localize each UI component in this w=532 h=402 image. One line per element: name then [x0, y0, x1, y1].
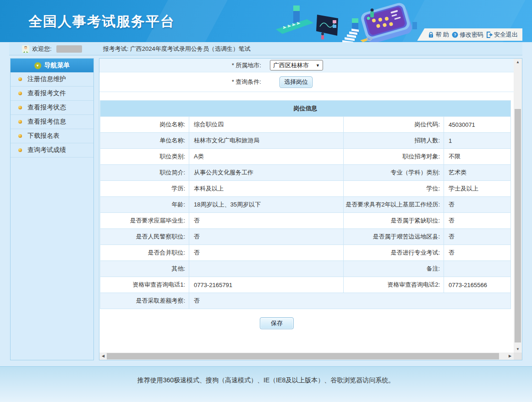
field-label: 是否采取差额考察:: [100, 293, 189, 309]
field-value: 否: [189, 213, 344, 229]
exam-info: 报考考试: 广西2024年度考试录用公务员（选调生）笔试: [103, 45, 251, 53]
field-label: 岗位代码:: [344, 117, 444, 133]
change-password-link[interactable]: ? 修改密码: [452, 31, 483, 39]
field-label: 单位名称:: [100, 133, 189, 149]
welcome-label: 欢迎您:: [32, 45, 52, 53]
sidebar-item-download-form[interactable]: 下载报名表: [11, 129, 93, 143]
horizontal-scrollbar[interactable]: ◀ ▶: [99, 353, 514, 360]
sidebar-item-view-exam-files[interactable]: 查看报考文件: [11, 87, 93, 101]
field-label: 是否人民警察职位:: [100, 229, 189, 245]
sidebar-item-register-info[interactable]: 注册信息维护: [11, 72, 93, 87]
field-label: 招聘人数:: [344, 133, 444, 149]
scroll-down-icon[interactable]: ▼: [514, 346, 522, 353]
field-value: 18周岁以上、35周岁以下: [189, 197, 344, 213]
field-label: 专业（学科）类别:: [344, 165, 444, 181]
exit-icon: [486, 32, 493, 38]
table-header-row: 岗位信息: [100, 101, 511, 117]
logout-link[interactable]: 安全退出: [486, 31, 518, 39]
welcome-bar: 欢迎您: 报考考试: 广西2024年度考试录用公务员（选调生）笔试: [9, 43, 522, 55]
choose-post-button[interactable]: 选择岗位: [280, 76, 313, 88]
sidebar-item-label: 查看报考信息: [27, 118, 66, 126]
bullet-icon: [18, 106, 22, 109]
table-row: 年龄: 18周岁以上、35周岁以下 是否要求具有2年以上基层工作经历: 否: [100, 197, 511, 213]
utility-bar: 帮 助 ? 修改密码 安全退出: [417, 28, 522, 41]
field-value: 否: [444, 229, 511, 245]
svg-text:?: ?: [454, 33, 456, 37]
table-row: 资格审查咨询电话1: 0773-2165791 资格审查咨询电话2: 0773-…: [100, 277, 511, 293]
field-label: 是否属于艰苦边远地区县:: [344, 229, 444, 245]
horizontal-scrollbar-thumb[interactable]: [107, 353, 499, 359]
field-label: 资格审查咨询电话2:: [344, 277, 444, 293]
field-label: 是否要求具有2年以上基层工作经历:: [344, 197, 444, 213]
sidebar-item-view-exam-status[interactable]: 查看报考状态: [11, 101, 93, 115]
table-row: 职位类别: A类 职位招考对象: 不限: [100, 149, 511, 165]
table-row: 是否合并职位: 否 是否进行专业考试: 否: [100, 245, 511, 261]
field-label: 是否属于紧缺职位:: [344, 213, 444, 229]
sidebar-header: ▼ 导航菜单: [11, 59, 93, 72]
sidebar-item-view-exam-info[interactable]: 查看报考信息: [11, 115, 93, 129]
field-label: 是否合并职位:: [100, 245, 189, 261]
table-row: 是否人民警察职位: 否 是否属于艰苦边远地区县: 否: [100, 229, 511, 245]
table-row: 单位名称: 桂林市文化广电和旅游局 招聘人数: 1: [100, 133, 511, 149]
help-link[interactable]: 帮 助: [428, 31, 449, 39]
field-value: 综合职位四: [189, 117, 344, 133]
vertical-scrollbar[interactable]: ▲ ▼: [514, 59, 522, 353]
field-label: 备注:: [344, 261, 444, 277]
field-value: 否: [189, 293, 511, 309]
save-button[interactable]: 保存: [260, 317, 294, 329]
field-value: 艺术类: [444, 165, 511, 181]
sidebar: ▼ 导航菜单 注册信息维护 查看报考文件 查看报考状态 查看报考信息 下载报名表…: [10, 58, 94, 360]
app-header: 全国人事考试服务平台 帮 助 ? 修改密码: [0, 0, 532, 42]
field-label: 学历:: [100, 181, 189, 197]
field-label: 职位简介:: [100, 165, 189, 181]
question-icon: ?: [452, 32, 458, 38]
bullet-icon: [18, 148, 22, 152]
scrollbar-corner: [514, 353, 522, 360]
city-select[interactable]: 广西区桂林市 ▼: [270, 60, 323, 71]
query-label: * 查询条件:: [99, 78, 263, 86]
page-title: 全国人事考试服务平台: [28, 12, 175, 31]
content-panel: * 所属地市: 广西区桂林市 ▼ * 查询条件: 选择岗位 岗位信息 岗位名称:…: [99, 58, 522, 360]
field-value: 否: [444, 197, 511, 213]
field-value: 从事公共文化服务工作: [189, 165, 344, 181]
sidebar-item-label: 查询考试成绩: [27, 146, 66, 154]
scroll-left-icon[interactable]: ◀: [99, 353, 107, 360]
change-password-label: 修改密码: [460, 31, 483, 39]
table-row: 其他: 备注:: [100, 261, 511, 277]
field-value: 学士及以上: [444, 181, 511, 197]
browser-recommendation: 推荐使用360极速模式、搜狗（高速模式）、IE（IE8及以上版本）、谷歌浏览器访…: [137, 376, 395, 384]
field-value: 0773-2165791: [189, 277, 344, 293]
table-title: 岗位信息: [100, 101, 511, 117]
page-footer: 推荐使用360极速模式、搜狗（高速模式）、IE（IE8及以上版本）、谷歌浏览器访…: [0, 366, 532, 402]
table-row: 学历: 本科及以上 学位: 学士及以上: [100, 181, 511, 197]
vertical-scrollbar-thumb[interactable]: [515, 109, 521, 342]
field-value: 1: [444, 133, 511, 149]
field-value: A类: [189, 149, 344, 165]
chevron-down-icon: ▼: [34, 62, 41, 69]
bullet-icon: [18, 92, 22, 95]
help-label: 帮 助: [435, 31, 449, 39]
sidebar-item-query-scores[interactable]: 查询考试成绩: [11, 143, 93, 158]
chevron-down-icon: ▼: [316, 63, 320, 68]
position-info-table: 岗位信息 岗位名称: 综合职位四 岗位代码: 45030071 单位名称: 桂林…: [100, 100, 511, 309]
scroll-right-icon[interactable]: ▶: [506, 353, 514, 360]
form-row-city: * 所属地市: 广西区桂林市 ▼: [99, 59, 514, 72]
table-row: 岗位名称: 综合职位四 岗位代码: 45030071: [100, 117, 511, 133]
field-label: 学位:: [344, 181, 444, 197]
logout-label: 安全退出: [494, 31, 518, 39]
scroll-up-icon[interactable]: ▲: [514, 59, 522, 66]
field-value: 否: [189, 245, 344, 261]
field-label: 其他:: [100, 261, 189, 277]
field-value: 不限: [444, 149, 511, 165]
table-row: 是否采取差额考察: 否: [100, 293, 511, 309]
sidebar-title: 导航菜单: [44, 61, 70, 70]
field-label: 岗位名称:: [100, 117, 189, 133]
field-value: 否: [189, 229, 344, 245]
header-illustration: [275, 0, 426, 42]
sidebar-item-label: 注册信息维护: [27, 75, 66, 83]
city-label: * 所属地市:: [99, 61, 263, 70]
table-row: 职位简介: 从事公共文化服务工作 专业（学科）类别: 艺术类: [100, 165, 511, 181]
table-row: 是否要求应届毕业生: 否 是否属于紧缺职位: 否: [100, 213, 511, 229]
city-select-value: 广西区桂林市: [273, 61, 309, 70]
username-redacted: [56, 45, 82, 53]
